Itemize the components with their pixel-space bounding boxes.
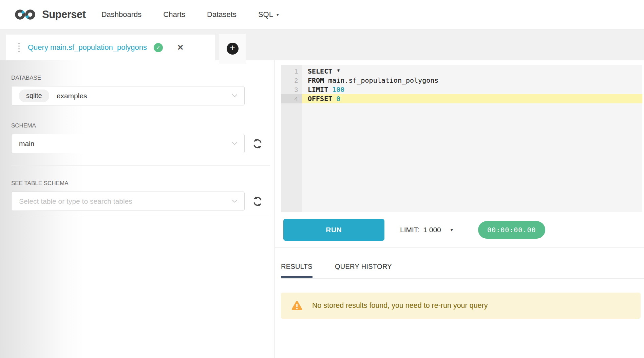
table-select-placeholder: Select table or type to search tables — [19, 197, 132, 205]
brand-name: Superset — [42, 8, 86, 21]
sql-code-lines: 1 SELECT * 2 FROM main.sf_population_pol… — [281, 67, 642, 103]
database-label: DATABASE — [11, 75, 274, 81]
no-results-warning-banner: No stored results found, you need to re-… — [281, 293, 641, 319]
line-number: 2 — [281, 76, 302, 85]
results-tabs: RESULTS QUERY HISTORY — [281, 263, 392, 278]
schema-label: SCHEMA — [11, 122, 274, 129]
limit-value: 1 000 — [423, 226, 441, 234]
refresh-schemas-button[interactable] — [251, 137, 264, 151]
line-number: 1 — [281, 67, 302, 76]
query-tab-strip: Query main.sf_population_polygons ✓ ✕ — [0, 29, 644, 60]
limit-dropdown[interactable]: LIMIT: 1 000 ▾ — [400, 226, 453, 234]
line-number: 3 — [281, 85, 302, 94]
chevron-down-icon — [232, 141, 238, 147]
results-tabs-divider — [281, 278, 644, 279]
check-circle-icon: ✓ — [154, 43, 163, 52]
see-table-schema-label: SEE TABLE SCHEMA — [11, 180, 274, 187]
tab-query-history[interactable]: QUERY HISTORY — [335, 263, 392, 278]
nav-item-dashboards[interactable]: Dashboards — [101, 10, 142, 19]
table-select[interactable]: Select table or type to search tables — [11, 192, 245, 211]
warning-triangle-icon — [290, 300, 303, 312]
refresh-icon — [252, 138, 263, 150]
sql-code-editor[interactable]: 1 SELECT * 2 FROM main.sf_population_pol… — [281, 65, 642, 212]
caret-down-icon: ▾ — [451, 227, 453, 233]
plus-circle-icon[interactable]: + — [227, 43, 239, 55]
chevron-down-icon — [232, 198, 238, 204]
database-select[interactable]: sqlite examples — [11, 86, 245, 105]
top-nav: Superset Dashboards Charts Datasets SQL … — [0, 0, 644, 29]
nav-item-charts[interactable]: Charts — [163, 10, 185, 19]
code-line-active: 4 OFFSET 0 — [281, 94, 642, 103]
tab-results[interactable]: RESULTS — [281, 263, 312, 278]
editor-toolbar: RUN LIMIT: 1 000 ▾ 00:00:00.00 — [275, 212, 644, 248]
limit-label: LIMIT: — [400, 226, 419, 234]
chevron-down-icon — [232, 93, 238, 99]
superset-logo[interactable]: Superset — [14, 8, 86, 21]
query-timer-badge: 00:00:00.00 — [478, 221, 545, 239]
query-tab-active[interactable]: Query main.sf_population_polygons ✓ ✕ — [6, 35, 215, 60]
schema-select[interactable]: main — [11, 134, 245, 153]
run-button[interactable]: RUN — [283, 219, 384, 241]
sql-lab-left-panel: DATABASE sqlite examples SCHEMA main — [0, 60, 274, 358]
database-engine-tag: sqlite — [19, 90, 49, 102]
nav-item-sql[interactable]: SQL ▾ — [258, 10, 279, 19]
close-icon[interactable]: ✕ — [177, 43, 184, 52]
left-panel-divider — [11, 165, 270, 166]
code-text: OFFSET 0 — [302, 94, 642, 103]
sql-editor-pane: 1 SELECT * 2 FROM main.sf_population_pol… — [275, 60, 644, 358]
sql-lab-page: Superset Dashboards Charts Datasets SQL … — [0, 0, 644, 358]
nav-menu: Dashboards Charts Datasets SQL ▾ — [101, 10, 279, 19]
query-tab-title[interactable]: Query main.sf_population_polygons — [28, 43, 147, 52]
nav-item-sql-label: SQL — [258, 10, 273, 19]
left-panel-divider — [11, 215, 270, 215]
nav-item-datasets[interactable]: Datasets — [207, 10, 236, 19]
drag-dots-icon[interactable] — [18, 43, 20, 52]
warning-message: No stored results found, you need to re-… — [312, 301, 488, 310]
new-tab-cell: + — [219, 34, 246, 63]
code-line: 3 LIMIT 100 — [281, 85, 642, 94]
code-line: 2 FROM main.sf_population_polygons — [281, 76, 642, 85]
refresh-icon — [252, 196, 263, 207]
superset-infinity-icon — [14, 9, 37, 20]
caret-down-icon: ▾ — [277, 12, 279, 17]
code-text: LIMIT 100 — [302, 85, 642, 94]
code-line: 1 SELECT * — [281, 67, 642, 76]
refresh-tables-button[interactable] — [251, 195, 264, 208]
code-text: FROM main.sf_population_polygons — [302, 76, 642, 85]
database-select-value: examples — [57, 92, 87, 100]
code-text: SELECT * — [302, 67, 642, 76]
line-number: 4 — [281, 94, 302, 103]
schema-select-value: main — [19, 140, 35, 148]
